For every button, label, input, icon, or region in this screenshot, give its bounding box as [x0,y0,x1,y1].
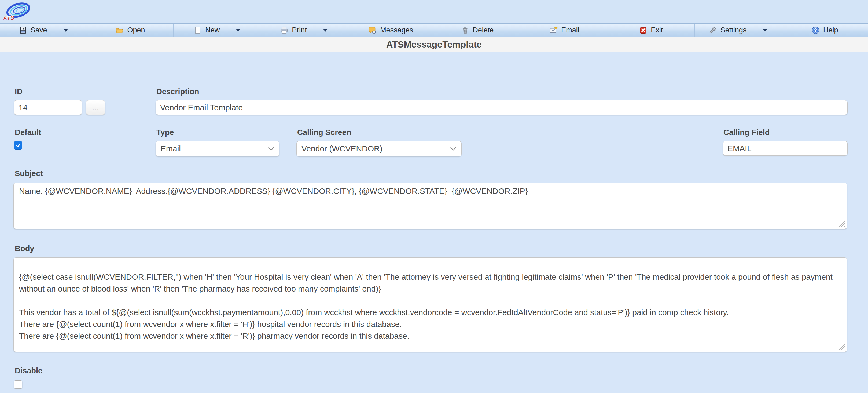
toolbar-label-new: New [205,26,220,34]
settings-menu-caret-icon[interactable] [763,29,767,32]
calling-screen-label: Calling Screen [297,128,351,137]
toolbar-button-settings[interactable]: Settings [695,24,782,37]
delete-icon [461,26,469,34]
open-folder-icon [115,26,124,35]
toolbar-label-email: Email [561,26,579,34]
toolbar-label-save: Save [31,26,47,34]
calling-screen-select[interactable]: Vendor (WCVENDOR) [297,141,462,157]
toolbar-button-help[interactable]: ? Help [781,24,868,37]
default-label: Default [15,128,41,137]
disable-label: Disable [15,366,42,375]
print-menu-caret-icon[interactable] [323,29,328,32]
toolbar-label-settings: Settings [720,26,747,34]
form-panel: ID ... Description Default Type Email Ca… [0,52,868,393]
title-bar: ATSMessageTemplate [0,37,868,52]
ats-logo-text: ATS [3,15,14,21]
ats-logo: ATS [3,1,32,23]
toolbar-label-delete: Delete [473,26,494,34]
toolbar-button-print[interactable]: Print [260,24,347,37]
check-icon [15,143,21,148]
new-document-icon [193,26,202,34]
toolbar-label-open: Open [127,26,145,34]
toolbar-button-open[interactable]: Open [87,24,174,37]
toolbar-button-email[interactable]: Email [521,24,608,37]
default-checkbox[interactable] [14,141,22,149]
toolbar-button-delete[interactable]: Delete [434,24,521,37]
chevron-down-icon [450,147,457,151]
subject-label: Subject [15,169,43,178]
description-input[interactable] [156,100,848,115]
save-icon [19,26,27,34]
description-label: Description [156,87,199,96]
calling-field-input[interactable] [723,141,848,156]
id-label: ID [15,87,23,96]
exit-icon [639,26,647,34]
body-label: Body [15,244,34,253]
type-select[interactable]: Email [156,141,279,157]
toolbar-label-print: Print [292,26,307,34]
toolbar-button-new[interactable]: New [174,24,260,37]
settings-icon [709,26,717,34]
new-menu-caret-icon[interactable] [236,29,240,32]
toolbar-button-save[interactable]: Save [0,24,87,37]
id-browse-button[interactable]: ... [86,100,105,115]
type-label: Type [156,128,174,137]
messages-icon [368,26,377,35]
calling-screen-select-value: Vendor (WCVENDOR) [302,144,382,153]
disable-checkbox[interactable] [14,380,22,389]
toolbar-button-messages[interactable]: Messages [347,24,434,37]
type-select-value: Email [161,144,181,153]
subject-textarea[interactable]: Name: {@WCVENDOR.NAME} Address:{@WCVENDO… [13,183,847,229]
toolbar: Save Open New [0,23,868,37]
page-title: ATSMessageTemplate [386,39,482,50]
svg-text:?: ? [814,28,817,33]
toolbar-button-exit[interactable]: Exit [608,24,695,37]
body-textarea[interactable]: {@(select case isnull(WCVENDOR.FILTER,''… [13,257,847,352]
toolbar-label-help: Help [823,26,838,34]
save-menu-caret-icon[interactable] [64,29,68,32]
id-input[interactable] [14,100,82,115]
chevron-down-icon [268,147,274,151]
app-window: ATS Save [0,0,868,397]
top-strip: ATS [0,0,868,23]
print-icon [280,26,288,34]
help-icon: ? [811,26,820,34]
email-icon [549,26,558,35]
toolbar-label-messages: Messages [380,26,413,34]
calling-field-label: Calling Field [723,128,770,137]
toolbar-label-exit: Exit [651,26,663,34]
